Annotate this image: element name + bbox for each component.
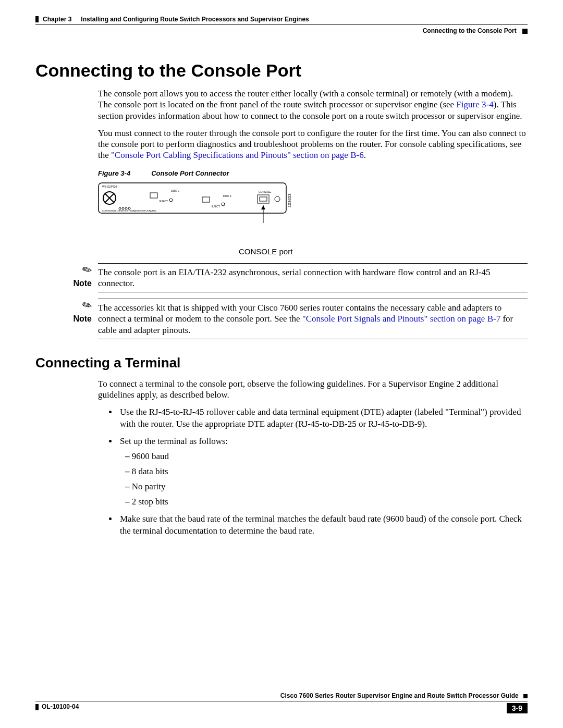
list-item: 9600 baud: [134, 451, 528, 463]
crossref-link[interactable]: Figure 3-4: [456, 100, 493, 109]
list-item: 2 stop bits: [134, 496, 528, 508]
note-text: The accessories kit that is shipped with…: [98, 299, 528, 339]
pencil-icon: ✎: [80, 297, 95, 314]
heading-1: Connecting to the Console Port: [35, 60, 528, 81]
header-bar-icon: [35, 16, 39, 22]
figure-diagram: WS-SUP720 SUPERVISOR 720 WITH INTEGRATED…: [98, 182, 528, 256]
page-number: 3-9: [507, 703, 528, 713]
heading-2: Connecting a Terminal: [35, 355, 528, 371]
console-panel-svg: WS-SUP720 SUPERVISOR 720 WITH INTEGRATED…: [98, 182, 307, 224]
paragraph: You must connect to the router through t…: [98, 128, 528, 161]
list-item: Use the RJ-45-to-RJ-45 rollover cable an…: [118, 406, 528, 430]
note-block: ✎ Note The accessories kit that is shipp…: [35, 299, 528, 339]
panel-model: WS-SUP720: [102, 185, 117, 188]
list-item: No parity: [134, 481, 528, 493]
svg-text:CONSOLE: CONSOLE: [259, 190, 272, 193]
svg-text:DISK 1: DISK 1: [223, 194, 231, 198]
list-item: Make sure that the baud rate of the term…: [118, 513, 528, 537]
svg-text:153653: 153653: [287, 193, 292, 207]
pencil-icon: ✎: [80, 262, 95, 278]
paragraph: The console port allows you to access th…: [98, 88, 528, 121]
body-column: The console port allows you to access th…: [98, 88, 528, 256]
square-icon: [523, 694, 528, 698]
note-text: The console port is an EIA/TIA-232 async…: [98, 263, 528, 293]
note-label: Note: [73, 314, 92, 323]
doc-number: OL-10100-04: [42, 703, 79, 710]
note-block: ✎ Note The console port is an EIA/TIA-23…: [35, 263, 528, 293]
svg-text:EJECT: EJECT: [212, 205, 220, 208]
dash-list: 9600 baud 8 data bits No parity 2 stop b…: [120, 451, 528, 508]
note-label: Note: [73, 279, 92, 288]
running-header: Chapter 3 Installing and Configuring Rou…: [35, 16, 528, 25]
page-footer: Cisco 7600 Series Router Supervisor Engi…: [35, 692, 528, 713]
bullet-list: Use the RJ-45-to-RJ-45 rollover cable an…: [98, 406, 528, 537]
book-title: Cisco 7600 Series Router Supervisor Engi…: [280, 692, 519, 699]
figure-title: Console Port Connector: [151, 169, 229, 177]
footer-bar-icon: [35, 704, 39, 710]
figure-number: Figure 3-4: [98, 169, 130, 177]
list-item: Set up the terminal as follows: 9600 bau…: [118, 436, 528, 508]
crossref-link[interactable]: "Console Port Cabling Specifications and…: [111, 150, 364, 160]
running-header-section: Connecting to the Console Port: [35, 27, 528, 34]
section-title: Connecting to the Console Port: [423, 27, 517, 34]
chapter-title: Installing and Configuring Route Switch …: [81, 16, 309, 23]
panel-subtitle: SUPERVISOR 720 WITH INTEGRATED SWITCH FA…: [102, 209, 156, 212]
square-icon: [522, 29, 528, 34]
crossref-link[interactable]: "Console Port Signals and Pinouts" secti…: [302, 314, 500, 324]
page: Chapter 3 Installing and Configuring Rou…: [0, 0, 563, 728]
figure-caption: Figure 3-4Console Port Connector: [98, 169, 528, 177]
svg-text:DISK 0: DISK 0: [171, 189, 179, 192]
paragraph: To connect a terminal to the console por…: [98, 378, 528, 401]
figure-callout: CONSOLE port: [239, 247, 528, 256]
svg-text:EJECT: EJECT: [160, 200, 168, 203]
chapter-label: Chapter 3: [43, 16, 71, 23]
svg-rect-17: [258, 195, 269, 203]
list-item: 8 data bits: [134, 466, 528, 478]
